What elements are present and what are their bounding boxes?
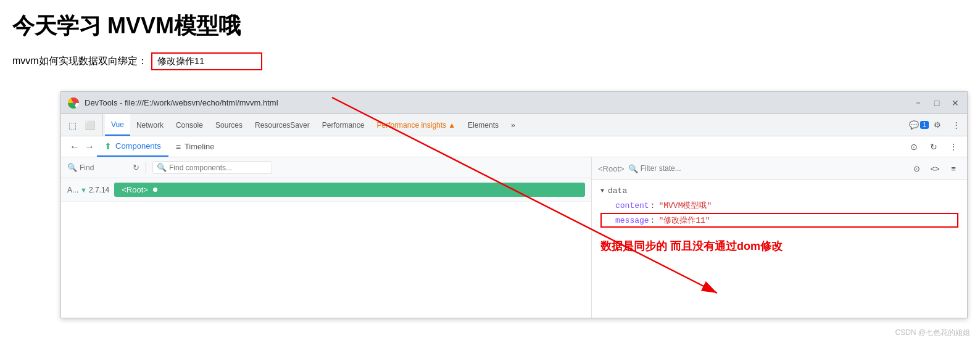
left-panel: 🔍 ↻ 🔍 A... ▼ 2.7.14: [61, 157, 592, 318]
tab-console[interactable]: Console: [170, 114, 209, 136]
tab-network[interactable]: Network: [130, 114, 170, 136]
record-icon[interactable]: ⊙: [907, 139, 921, 154]
refresh-icon[interactable]: ↻: [926, 139, 941, 154]
components-icon: ⬆: [104, 141, 112, 151]
page-title: 今天学习 MVVM模型哦: [12, 11, 968, 41]
content-key: content: [615, 201, 649, 210]
component-search-icon: 🔍: [157, 163, 167, 172]
data-section: ▼ data content : "MVVM模型哦" message : "修改…: [600, 186, 958, 228]
device-icon[interactable]: ⬜: [82, 118, 97, 133]
filter-input[interactable]: [641, 164, 715, 173]
tabs-end-group: 💬1 ⚙ ⋮: [911, 118, 963, 133]
tab-performance-insights[interactable]: Performance insights ▲: [370, 114, 462, 136]
component-search-area: 🔍: [152, 161, 272, 174]
right-panel: <Root> 🔍 ⊙ <> ≡ ▼ data: [592, 157, 967, 318]
tab-vue[interactable]: Vue: [105, 114, 130, 136]
minimize-button[interactable]: －: [913, 97, 924, 109]
timeline-icon: ≡: [176, 142, 181, 152]
chat-badge: 1: [920, 121, 929, 129]
find-search: 🔍: [67, 163, 129, 172]
right-toolbar: <Root> 🔍 ⊙ <> ≡: [592, 157, 967, 180]
component-list: A... ▼ 2.7.14 <Root>: [61, 178, 591, 318]
warning-icon: ▲: [448, 121, 455, 130]
subtab-timeline-label: Timeline: [185, 142, 215, 151]
tab-console-label: Console: [176, 121, 203, 130]
subtab-timeline[interactable]: ≡ Timeline: [168, 136, 222, 157]
chat-icon[interactable]: 💬1: [911, 118, 926, 133]
forward-button[interactable]: →: [82, 139, 97, 154]
tab-more[interactable]: »: [505, 114, 521, 136]
tab-more-label: »: [511, 121, 515, 130]
list-icon[interactable]: ≡: [946, 161, 961, 176]
close-button[interactable]: ✕: [950, 97, 961, 109]
divider: [146, 162, 146, 173]
tab-resources-saver-label: ResourcesSaver: [255, 121, 310, 130]
tab-sources-label: Sources: [215, 121, 243, 130]
comp-version-num: 2.7.14: [89, 186, 109, 194]
sync-note: 数据是同步的 而且没有通过dom修改: [600, 240, 783, 252]
tab-vue-label: Vue: [111, 120, 124, 129]
component-search-input[interactable]: [169, 163, 268, 172]
content-row: content : "MVVM模型哦": [600, 198, 958, 213]
tab-resources-saver[interactable]: ResourcesSaver: [249, 114, 316, 136]
find-input[interactable]: [80, 163, 129, 172]
binding-text: mvvm如何实现数据双向绑定：: [12, 55, 147, 68]
tab-performance[interactable]: Performance: [316, 114, 371, 136]
comp-version: A... ▼ 2.7.14: [67, 186, 109, 194]
window-controls: － □ ✕: [913, 97, 961, 109]
subtab-more-icon[interactable]: ⋮: [946, 139, 961, 154]
right-end-btns: ⊙ <> ≡: [909, 161, 961, 176]
subtab-components-label: Components: [115, 141, 161, 151]
filter-search-icon: 🔍: [628, 164, 638, 173]
devtools-subtab-bar: ← → ⬆ Components ≡ Timeline ⊙ ↻ ⋮: [61, 136, 967, 157]
tab-icons-group: ⬚ ⬜: [65, 114, 102, 136]
devtools-main-content: 🔍 ↻ 🔍 A... ▼ 2.7.14: [61, 157, 967, 318]
root-dot: [153, 188, 157, 192]
right-root-label: <Root>: [598, 164, 625, 173]
left-toolbar: 🔍 ↻ 🔍: [61, 157, 591, 178]
binding-description: mvvm如何实现数据双向绑定：: [12, 52, 968, 70]
component-header-row: A... ▼ 2.7.14 <Root>: [61, 178, 591, 202]
settings-icon[interactable]: ⚙: [930, 118, 945, 133]
subtabs-end-group: ⊙ ↻ ⋮: [907, 139, 961, 154]
code-icon[interactable]: <>: [928, 161, 942, 176]
binding-input[interactable]: [151, 52, 262, 70]
message-colon: :: [650, 216, 655, 225]
data-tree: ▼ data content : "MVVM模型哦" message : "修改…: [592, 180, 967, 318]
chrome-icon: [67, 97, 80, 109]
root-tag-text: <Root>: [122, 185, 148, 194]
back-button[interactable]: ←: [67, 139, 82, 154]
devtools-title: DevTools - file:///E:/work/websvn/echo/h…: [85, 98, 908, 107]
tab-network-label: Network: [136, 121, 164, 130]
message-value: "修改操作11": [658, 215, 710, 226]
data-section-header: ▼ data: [600, 186, 958, 196]
tab-sources[interactable]: Sources: [209, 114, 249, 136]
message-row: message : "修改操作11": [600, 213, 958, 228]
tab-performance-insights-label: Performance insights: [376, 121, 446, 130]
collapse-triangle[interactable]: ▼: [600, 188, 604, 194]
tab-elements[interactable]: Elements: [462, 114, 505, 136]
content-value: "MVVM模型哦": [658, 200, 712, 211]
devtools-window: DevTools - file:///E:/work/websvn/echo/h…: [60, 91, 968, 318]
tab-performance-label: Performance: [322, 121, 365, 130]
watermark: CSDN @七色花的姐姐: [895, 328, 970, 338]
inspect-icon[interactable]: ⬚: [65, 118, 80, 133]
devtools-titlebar: DevTools - file:///E:/work/websvn/echo/h…: [61, 92, 967, 114]
more-options-icon[interactable]: ⋮: [949, 118, 963, 133]
filter-search: 🔍: [628, 164, 715, 173]
subtab-components[interactable]: ⬆ Components: [97, 136, 168, 157]
vue-arrow-icon: ▼: [80, 186, 87, 194]
root-component-tag[interactable]: <Root>: [114, 183, 585, 197]
refresh-tree-icon[interactable]: ↻: [133, 163, 139, 172]
camera-icon[interactable]: ⊙: [909, 161, 924, 176]
tab-elements-label: Elements: [468, 121, 499, 130]
data-section-label: data: [608, 186, 627, 196]
maximize-button[interactable]: □: [931, 97, 942, 109]
message-key: message: [615, 216, 649, 225]
search-icon: 🔍: [67, 163, 77, 172]
devtools-tab-bar: ⬚ ⬜ Vue Network Console Sources Resource…: [61, 114, 967, 136]
comp-abbr: A...: [67, 186, 78, 194]
content-colon: :: [650, 201, 655, 210]
